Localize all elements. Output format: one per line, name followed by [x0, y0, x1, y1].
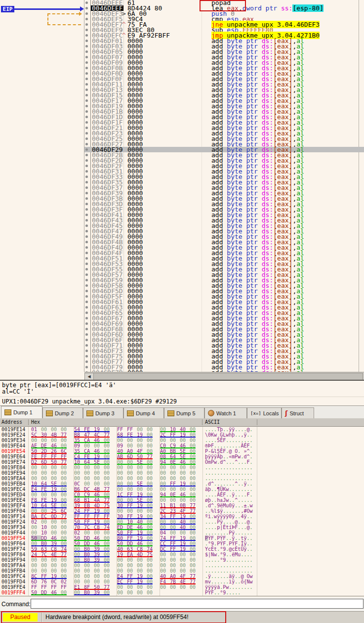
hex-byte[interactable]: 00: [94, 481, 104, 487]
breakpoint-dot-icon[interactable]: [85, 40, 88, 42]
hex-byte[interactable]: 00: [74, 465, 84, 470]
disasm-row[interactable]: 0046DF4D0000add byte ptr ds:[eax],al: [0, 245, 364, 250]
hex-byte[interactable]: 00: [41, 438, 51, 443]
disasm-row[interactable]: 0046DF690000add byte ptr ds:[eax],al: [0, 321, 364, 326]
hex-byte[interactable]: 00: [117, 584, 127, 590]
hex-byte[interactable]: 00: [74, 574, 84, 579]
breakpoint-dot-icon[interactable]: [85, 29, 88, 31]
dump-row[interactable]: 0019FE54502D266C35CA460040A04F00A0BB5E00…: [0, 448, 364, 454]
hex-byte[interactable]: 00: [190, 470, 200, 476]
dump-row[interactable]: 0019FE140100000054FE1900FFFF000000104000…: [0, 427, 364, 432]
hex-byte[interactable]: 00: [147, 427, 157, 432]
hex-byte[interactable]: 00: [41, 519, 51, 525]
hex-byte[interactable]: FF: [61, 584, 71, 590]
hex-byte[interactable]: 00: [147, 584, 157, 590]
hex-byte[interactable]: 00: [160, 568, 170, 574]
hex-byte[interactable]: 00: [160, 563, 170, 568]
disasm-row[interactable]: 0046DF5B0000add byte ptr ds:[eax],al: [0, 283, 364, 288]
breakpoint-dot-icon[interactable]: [85, 186, 88, 189]
hex-byte[interactable]: 00: [61, 568, 71, 574]
breakpoint-dot-icon[interactable]: [85, 94, 88, 96]
breakpoint-dot-icon[interactable]: [85, 170, 88, 173]
dump-row[interactable]: 0019FF44001000000200000050FF190004000000…: [0, 530, 364, 535]
dump-row[interactable]: 0019FFA400000000000000000000000000000000…: [0, 563, 364, 568]
hex-byte[interactable]: 00: [190, 465, 200, 470]
hex-byte[interactable]: 00: [51, 568, 61, 574]
disasm-row[interactable]: 0046DF670000add byte ptr ds:[eax],al: [0, 315, 364, 321]
breakpoint-dot-icon[interactable]: [85, 235, 88, 238]
hex-byte[interactable]: 00: [61, 519, 71, 525]
hex-byte[interactable]: 00: [147, 465, 157, 470]
disasm-row[interactable]: 0046DF1F0000add byte ptr ds:[eax],al: [0, 120, 364, 125]
dump-row[interactable]: 0019FF240200000050FF19000010400000004000…: [0, 519, 364, 525]
hex-byte[interactable]: 00: [61, 557, 71, 563]
command-input[interactable]: [31, 599, 364, 609]
disasm-row[interactable]: 0046DF3B0000add byte ptr ds:[eax],al: [0, 196, 364, 201]
hex-byte[interactable]: 00: [180, 470, 190, 476]
hex-byte[interactable]: 00: [104, 530, 114, 535]
hex-byte[interactable]: 00: [147, 476, 157, 481]
breakpoint-dot-icon[interactable]: [85, 143, 88, 145]
disasm-row[interactable]: 0046DF590000add byte ptr ds:[eax],al: [0, 277, 364, 283]
hex-byte[interactable]: 00: [41, 563, 51, 568]
hex-byte[interactable]: 0C: [51, 579, 61, 584]
hex-byte[interactable]: 00: [127, 563, 137, 568]
disasm-row[interactable]: 0046DF0D0000add byte ptr ds:[eax],al: [0, 71, 364, 76]
dump-row[interactable]: 0019FEB410645E000C00000000005E0000FF1900…: [0, 481, 364, 487]
hex-byte[interactable]: 00: [31, 525, 41, 530]
disasm-row[interactable]: 0046DF490000add byte ptr ds:[eax],al: [0, 234, 364, 239]
disasm-row[interactable]: 0046DF790000add byte ptr ds:[eax],al: [0, 364, 364, 370]
disasm-row[interactable]: 0046DF1D0000add byte ptr ds:[eax],al: [0, 114, 364, 120]
breakpoint-dot-icon[interactable]: [85, 181, 88, 183]
breakpoint-dot-icon[interactable]: [85, 203, 88, 205]
hex-byte[interactable]: 02: [31, 519, 41, 525]
hex-byte[interactable]: FF: [117, 427, 127, 432]
hex-byte[interactable]: 00: [127, 568, 137, 574]
hex-byte[interactable]: 00: [31, 438, 41, 443]
hex-byte[interactable]: 00: [74, 476, 84, 481]
dump-row[interactable]: 0019FE245C304B77B8474C7768FE19002CFF1900…: [0, 432, 364, 438]
hex-byte[interactable]: 00: [104, 579, 114, 584]
breakpoint-dot-icon[interactable]: [85, 366, 88, 368]
hex-byte[interactable]: 02: [61, 579, 71, 584]
tab-struct[interactable]: ʃStruct: [282, 407, 314, 418]
hex-byte[interactable]: 00: [137, 438, 147, 443]
hex-byte[interactable]: FF: [41, 584, 51, 590]
hex-byte[interactable]: 00: [190, 497, 200, 503]
breakpoint-dot-icon[interactable]: [85, 230, 88, 232]
breakpoint-dot-icon[interactable]: [85, 257, 88, 260]
disasm-row[interactable]: 0046DF2D0000add byte ptr ds:[eax],al: [0, 158, 364, 163]
disasm-row[interactable]: 0046DF390000add byte ptr ds:[eax],al: [0, 190, 364, 196]
hex-byte[interactable]: 00: [51, 470, 61, 476]
breakpoint-dot-icon[interactable]: [85, 241, 88, 243]
hex-byte[interactable]: 00: [94, 579, 104, 584]
dump-row[interactable]: 0019FF745963C87400B039004063C874DCFF1900…: [0, 546, 364, 552]
tab-locals[interactable]: [x=]Locals: [247, 407, 282, 418]
tab-dump-5[interactable]: Dump 5: [164, 407, 204, 418]
hex-byte[interactable]: FF: [127, 427, 137, 432]
breakpoint-dot-icon[interactable]: [85, 89, 88, 91]
horizontal-scrollbar[interactable]: ◀: [0, 372, 364, 380]
hex-byte[interactable]: 00: [74, 470, 84, 476]
breakpoint-dot-icon[interactable]: [85, 12, 88, 15]
hex-byte[interactable]: 00: [104, 443, 114, 448]
hex-byte[interactable]: 00: [51, 519, 61, 525]
hex-byte[interactable]: 00: [190, 584, 200, 590]
hex-byte[interactable]: 00: [147, 563, 157, 568]
hex-byte[interactable]: 00: [180, 552, 190, 557]
breakpoint-dot-icon[interactable]: [85, 78, 88, 80]
breakpoint-dot-icon[interactable]: [85, 214, 88, 216]
breakpoint-dot-icon[interactable]: [85, 301, 88, 303]
hex-byte[interactable]: 00: [117, 476, 127, 481]
disasm-row[interactable]: 0046DF730000add byte ptr ds:[eax],al: [0, 348, 364, 354]
disasm-row[interactable]: 0046DF110000add byte ptr ds:[eax],al: [0, 82, 364, 87]
dump-row[interactable]: 0019FEE4F8FE190068B14A7700005E0000000000…: [0, 497, 364, 503]
hex-byte[interactable]: 00: [127, 590, 137, 595]
breakpoint-dot-icon[interactable]: [85, 137, 88, 140]
hex-byte[interactable]: 00: [104, 470, 114, 476]
breakpoint-dot-icon[interactable]: [85, 197, 88, 200]
disasm-row[interactable]: 0046DF5F0000add byte ptr ds:[eax],al: [0, 294, 364, 299]
breakpoint-dot-icon[interactable]: [85, 219, 88, 222]
dump-row[interactable]: 0019FF3400100000707CC874EDDE460000004000…: [0, 525, 364, 530]
disasm-row[interactable]: 0046DF190000add byte ptr ds:[eax],al: [0, 103, 364, 109]
